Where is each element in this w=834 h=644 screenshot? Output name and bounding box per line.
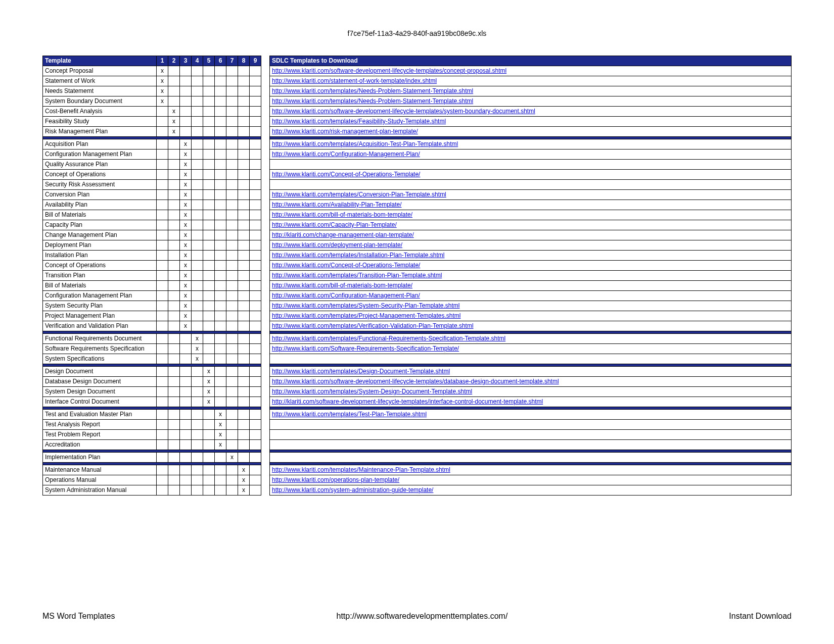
phase-8-cell [238,334,250,344]
template-name: Capacity Plan [43,220,157,230]
gap-cell [261,271,270,281]
col-phase-2-header: 2 [168,56,180,66]
download-link[interactable]: http://www.klariti.com/risk-management-p… [272,128,418,135]
download-link[interactable]: http://www.klariti.com/templates/Test-Pl… [272,411,427,418]
download-link[interactable]: http://www.klariti.com/templates/Acquisi… [272,140,458,147]
phase-1-cell [157,354,168,364]
template-name: Configuration Management Plan [43,291,157,301]
download-link-cell: http://www.klariti.com/templates/Needs-P… [270,86,792,96]
phase-8-cell [238,190,250,200]
download-link[interactable]: http://www.klariti.com/software-developm… [272,108,535,115]
gap-cell [261,475,270,485]
download-link[interactable]: http://www.klariti.com/Software-Requirem… [272,345,459,352]
download-link[interactable]: http://www.klariti.com/operations-plan-t… [272,476,399,483]
col-phase-7-header: 7 [226,56,238,66]
gap-cell [261,420,270,430]
download-link[interactable]: http://www.klariti.com/deployment-plan-t… [272,241,402,249]
phase-9-cell [250,271,261,281]
phase-6-cell: x [215,440,226,450]
download-link[interactable]: http://www.klariti.com/system-administra… [272,486,433,493]
download-link[interactable]: http://klariti.com/software-development-… [272,398,543,405]
template-name: Concept Proposal [43,66,157,76]
phase-5-cell [203,139,215,150]
phase-4-cell [192,440,203,450]
table-row: Project Management Planxhttp://www.klari… [43,311,792,321]
gap-cell [261,170,270,180]
phase-9-cell [250,200,261,210]
phase-3-cell: x [180,170,192,180]
phase-4-cell [192,475,203,485]
phase-2-cell [168,321,180,331]
phase-6-cell: x [215,430,226,440]
phase-1-cell [157,240,168,251]
download-link[interactable]: http://www.klariti.com/Capacity-Plan-Tem… [272,221,397,228]
download-link[interactable]: http://www.klariti.com/templates/Mainten… [272,466,450,473]
phase-7-cell: x [226,453,238,463]
phase-4-cell [192,200,203,210]
download-link[interactable]: http://www.klariti.com/templates/Needs-P… [272,87,473,94]
phase-7-cell [226,230,238,240]
gap-cell [261,354,270,364]
download-link[interactable]: http://www.klariti.com/statement-of-work… [272,77,437,84]
phase-9-cell [250,453,261,463]
download-link[interactable]: http://www.klariti.com/templates/Project… [272,312,460,319]
template-name: Feasibility Study [43,117,157,127]
phase-9-cell [250,261,261,271]
download-link-cell: http://www.klariti.com/templates/Mainten… [270,465,792,475]
table-row: Maintenance Manualxhttp://www.klariti.co… [43,465,792,475]
phase-8-cell [238,180,250,190]
col-template-header: Template [43,56,157,66]
download-link[interactable]: http://www.klariti.com/templates/Feasibi… [272,118,446,125]
phase-9-cell [250,430,261,440]
template-name: Configuration Management Plan [43,150,157,160]
download-link[interactable]: http://www.klariti.com/Concept-of-Operat… [272,262,420,269]
download-link[interactable]: http://klariti.com/change-management-pla… [272,231,414,238]
download-link-cell: http://www.klariti.com/templates/Design-… [270,367,792,377]
download-link[interactable]: http://www.klariti.com/Concept-of-Operat… [272,171,420,178]
phase-5-cell [203,160,215,170]
phase-7-cell [226,334,238,344]
download-link[interactable]: http://www.klariti.com/software-developm… [272,67,506,74]
download-link[interactable]: http://www.klariti.com/bill-of-materials… [272,211,412,218]
template-name: Maintenance Manual [43,465,157,475]
download-link[interactable]: http://www.klariti.com/templates/Install… [272,252,444,259]
phase-6-cell: x [215,420,226,430]
download-link[interactable]: http://www.klariti.com/templates/System-… [272,302,459,309]
download-link[interactable]: http://www.klariti.com/templates/System-… [272,388,472,395]
table-row: System Administration Manualxhttp://www.… [43,485,792,496]
download-link[interactable]: http://www.klariti.com/bill-of-materials… [272,282,412,289]
phase-3-cell: x [180,200,192,210]
phase-6-cell [215,301,226,311]
phase-5-cell: x [203,367,215,377]
download-link[interactable]: http://www.klariti.com/templates/Convers… [272,191,446,198]
phase-3-cell [180,66,192,76]
table-row: System Security Planxhttp://www.klariti.… [43,301,792,311]
download-link[interactable]: http://www.klariti.com/templates/Verific… [272,322,474,329]
phase-8-cell [238,66,250,76]
download-link[interactable]: http://www.klariti.com/templates/Needs-P… [272,97,473,105]
phase-9-cell [250,301,261,311]
download-link-cell: http://klariti.com/change-management-pla… [270,230,792,240]
phase-4-cell [192,387,203,397]
phase-3-cell [180,367,192,377]
phase-9-cell [250,180,261,190]
download-link[interactable]: http://www.klariti.com/Availability-Plan… [272,201,402,208]
download-link[interactable]: http://www.klariti.com/templates/Design-… [272,368,450,375]
download-link-cell: http://www.klariti.com/templates/Functio… [270,334,792,344]
download-link-cell: http://www.klariti.com/templates/Convers… [270,190,792,200]
phase-6-cell [215,354,226,364]
phase-1-cell [157,117,168,127]
phase-7-cell [226,160,238,170]
phase-9-cell [250,397,261,407]
download-link[interactable]: http://www.klariti.com/Configuration-Man… [272,151,420,158]
gap-cell [261,410,270,420]
download-link-cell: http://www.klariti.com/Concept-of-Operat… [270,170,792,180]
phase-1-cell [157,430,168,440]
download-link[interactable]: http://www.klariti.com/templates/Transit… [272,272,442,279]
template-name: Risk Management Plan [43,127,157,137]
gap-cell [261,96,270,107]
download-link[interactable]: http://www.klariti.com/Configuration-Man… [272,292,420,299]
download-link[interactable]: http://www.klariti.com/software-developm… [272,378,559,385]
download-link[interactable]: http://www.klariti.com/templates/Functio… [272,335,505,342]
table-row: Concept of Operationsxhttp://www.klariti… [43,170,792,180]
